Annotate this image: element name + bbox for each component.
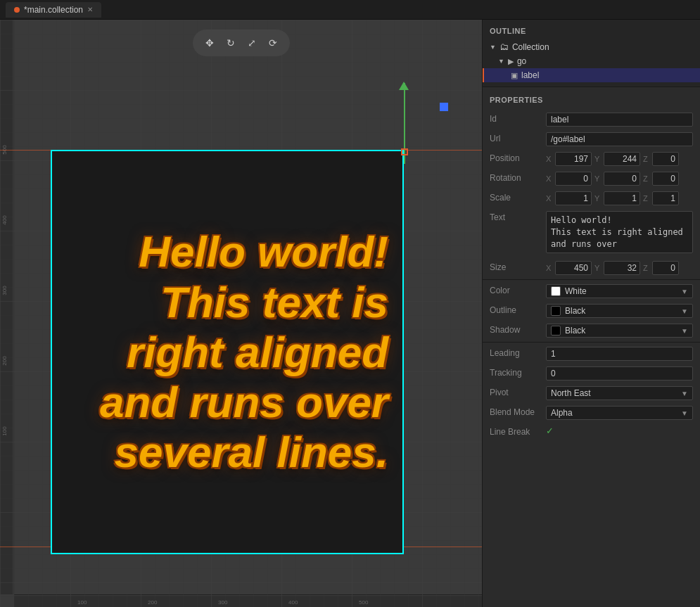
label-file-icon: ▣ [511, 71, 518, 80]
label-canvas-box[interactable]: Hello world!This text isright alignedand… [51, 150, 404, 554]
svg-text:300: 300 [218, 599, 228, 606]
horizontal-ruler: 100 200 300 400 500 [14, 594, 482, 607]
expand-icon: ▼ [490, 44, 496, 51]
color-name-white: White [565, 286, 677, 296]
title-bar: *main.collection ✕ [0, 0, 700, 20]
prop-text-value: Hello world! This text is right aligned … [546, 211, 693, 255]
pivot-dropdown-arrow[interactable]: ▼ [681, 390, 688, 397]
collection-icon: 🗂 [499, 41, 509, 52]
linebreak-checkbox[interactable]: ✓ [546, 426, 554, 436]
outline-select-wrapper[interactable]: Black ▼ [546, 304, 693, 318]
prop-shadow-label: Shadow [490, 324, 546, 335]
shadow-select-wrapper[interactable]: Black ▼ [546, 324, 693, 338]
prop-url-label: Url [490, 132, 546, 143]
outline-header: Outline [483, 24, 700, 39]
main-tab[interactable]: *main.collection ✕ [6, 2, 101, 18]
move-tool-button[interactable]: ✥ [200, 33, 219, 53]
divider-1 [483, 279, 700, 280]
position-xyz-group: X Y Z [546, 152, 693, 166]
properties-section: Properties Id Url Position [483, 87, 700, 445]
rotation-xyz-group: X Y Z [546, 172, 693, 186]
prop-scale-label: Scale [490, 191, 546, 203]
size-y-input[interactable] [604, 261, 640, 275]
prop-color-label: Color [490, 284, 546, 295]
prop-scale-row: Scale X Y Z [483, 189, 700, 208]
prop-linebreak-row: Line Break ✓ [483, 423, 700, 440]
prop-text-row: Text Hello world! This text is right ali… [483, 208, 700, 258]
scale-xyz-group: X Y Z [546, 191, 693, 205]
prop-size-label: Size [490, 261, 546, 272]
prop-color-row: Color White ▼ [483, 281, 700, 301]
position-y-input[interactable] [604, 152, 640, 166]
prop-blend-label: Blend Mode [490, 406, 546, 417]
position-x-label: X [546, 155, 553, 163]
position-y-label: Y [594, 155, 602, 163]
size-z-item: Z [643, 261, 679, 275]
scale-tool-button[interactable]: ⤢ [242, 33, 262, 53]
go-label: go [517, 56, 526, 66]
outline-item-collection[interactable]: ▼ 🗂 Collection [483, 39, 700, 54]
position-x-item: X [546, 152, 592, 166]
position-x-input[interactable] [555, 152, 592, 166]
id-input[interactable] [546, 113, 693, 127]
prop-tracking-label: Tracking [490, 366, 546, 378]
size-y-label: Y [594, 264, 602, 272]
size-xyz-group: X Y Z [546, 261, 693, 275]
scale-z-input[interactable] [652, 191, 679, 205]
rotation-y-input[interactable] [604, 172, 640, 186]
position-z-input[interactable] [652, 152, 679, 166]
rotate-tool-button[interactable]: ↻ [221, 33, 241, 53]
blend-select-wrapper[interactable]: Alpha ▼ [546, 406, 693, 420]
go-expand-icon: ▼ [498, 58, 504, 65]
outline-dropdown-arrow[interactable]: ▼ [681, 307, 688, 315]
text-textarea[interactable]: Hello world! This text is right aligned … [546, 211, 693, 253]
svg-text:200: 200 [148, 599, 158, 606]
prop-text-label: Text [490, 211, 546, 222]
blue-handle[interactable] [440, 103, 448, 111]
size-y-item: Y [594, 261, 640, 275]
outline-item-go[interactable]: ▼ ▶ go [483, 54, 700, 68]
outline-item-label[interactable]: ▣ label [483, 68, 700, 82]
scale-z-item: Z [643, 191, 679, 205]
url-input[interactable] [546, 132, 693, 146]
modified-dot [14, 7, 20, 13]
prop-size-row: Size X Y Z [483, 258, 700, 278]
reset-tool-button[interactable]: ⟳ [263, 33, 283, 53]
size-x-label: X [546, 264, 553, 272]
color-dropdown-arrow[interactable]: ▼ [681, 288, 688, 295]
divider-2 [483, 342, 700, 343]
tab-close-button[interactable]: ✕ [87, 6, 93, 13]
canvas-area[interactable]: ✥ ↻ ⤢ ⟳ 500 400 300 200 100 100 200 300 [0, 20, 482, 607]
prop-id-row: Id [483, 110, 700, 129]
prop-pivot-row: Pivot North East ▼ [483, 383, 700, 403]
rotation-x-input[interactable] [555, 172, 592, 186]
rotation-z-input[interactable] [652, 172, 679, 186]
scale-y-input[interactable] [604, 191, 640, 205]
scale-y-item: Y [594, 191, 640, 205]
prop-id-value [546, 113, 693, 127]
tracking-input[interactable] [546, 366, 693, 381]
scale-z-label: Z [643, 194, 650, 203]
prop-pivot-label: Pivot [490, 386, 546, 397]
pivot-select-wrapper[interactable]: North East ▼ [546, 386, 693, 400]
color-select-wrapper[interactable]: White ▼ [546, 284, 693, 298]
size-x-input[interactable] [555, 261, 592, 275]
outline-section: Outline ▼ 🗂 Collection ▼ ▶ go ▣ label [483, 20, 700, 87]
blend-dropdown-arrow[interactable]: ▼ [681, 409, 688, 417]
leading-input[interactable] [546, 347, 693, 361]
prop-tracking-row: Tracking [483, 364, 700, 383]
prop-leading-row: Leading [483, 344, 700, 364]
canvas-label-text: Hello world!This text isright alignedand… [52, 212, 402, 491]
orange-handle[interactable] [401, 148, 408, 155]
shadow-dropdown-arrow[interactable]: ▼ [681, 327, 688, 335]
rotation-y-item: Y [594, 172, 640, 186]
label-item-label: label [521, 70, 539, 80]
svg-text:200: 200 [1, 356, 8, 366]
rotation-x-item: X [546, 172, 592, 186]
scale-x-input[interactable] [555, 191, 592, 205]
main-layout: ✥ ↻ ⤢ ⟳ 500 400 300 200 100 100 200 300 [0, 20, 700, 607]
size-z-input[interactable] [652, 261, 679, 275]
outline-swatch-black [551, 306, 561, 316]
rotation-y-label: Y [594, 174, 602, 183]
prop-position-label: Position [490, 152, 546, 163]
